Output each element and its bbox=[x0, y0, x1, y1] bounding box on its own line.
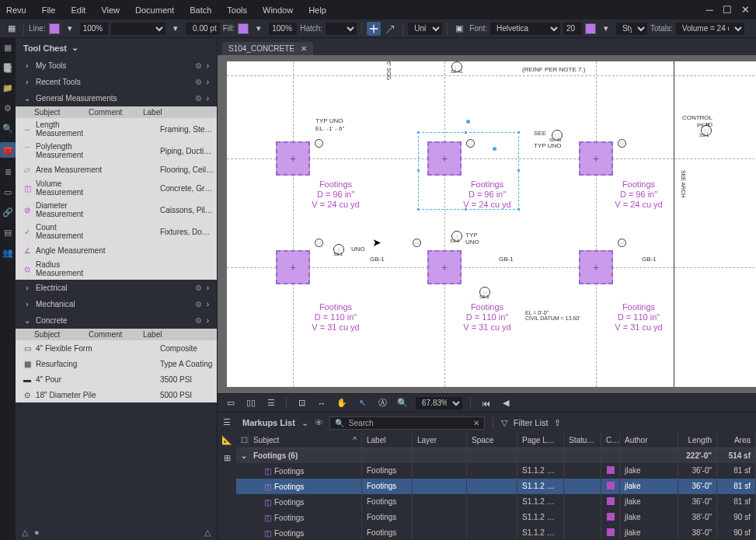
units-select[interactable]: Units bbox=[408, 23, 442, 35]
sets-icon[interactable]: ▤ bbox=[2, 226, 14, 239]
page-column[interactable]: Page Label bbox=[517, 433, 564, 448]
font-size-input[interactable] bbox=[563, 23, 582, 35]
fit-page-icon[interactable]: ⊡ bbox=[294, 396, 308, 410]
bookmarks-icon[interactable]: 📑 bbox=[2, 61, 14, 74]
concrete-tool[interactable]: ▬4" Pour3500 PSI bbox=[16, 371, 217, 387]
menu-batch[interactable]: Batch bbox=[190, 5, 211, 15]
layers-icon[interactable]: ≣ bbox=[2, 165, 14, 178]
label-column[interactable]: Label bbox=[362, 433, 413, 448]
totals-select[interactable]: Volume = 24 cu yd bbox=[676, 23, 744, 35]
menu-view[interactable]: View bbox=[101, 5, 120, 15]
menu-edit[interactable]: Edit bbox=[71, 5, 85, 15]
markups-row[interactable]: ◫ FootingsFootingsS1.1.2 FOUN...jlake38'… bbox=[236, 510, 756, 525]
markups-row[interactable]: ◫ FootingsFootingsS1.1.2 FOUN...jlake38'… bbox=[236, 525, 756, 540]
arrow-tool-icon[interactable] bbox=[384, 22, 398, 36]
window-minimize[interactable]: ─ bbox=[706, 4, 713, 16]
gear-icon[interactable]: ⚙ bbox=[195, 94, 202, 103]
measurement-tool[interactable]: ⊘Diameter MeasurementCaissons, Piles, Co… bbox=[16, 199, 217, 221]
measurement-tool[interactable]: ⌒Polylength MeasurementPiping, Ducting, … bbox=[16, 140, 217, 162]
menu-file[interactable]: File bbox=[42, 5, 56, 15]
import-icon[interactable]: △ bbox=[204, 528, 211, 538]
concrete-tool[interactable]: ▭4" Flexible FormComposite bbox=[16, 340, 217, 356]
concrete-tool[interactable]: ▦ResurfacingType A Coating bbox=[16, 356, 217, 371]
export-icon[interactable]: ⇪ bbox=[554, 418, 561, 428]
gear-icon[interactable]: ⚙ bbox=[195, 78, 202, 86]
split-none-icon[interactable]: ▭ bbox=[224, 396, 238, 410]
line-dropdown-icon[interactable]: ▾ bbox=[63, 22, 77, 36]
menu-revu[interactable]: Revu bbox=[6, 5, 26, 15]
layer-column[interactable]: Layer bbox=[413, 433, 467, 448]
text-select-icon[interactable]: Ⓐ bbox=[375, 396, 389, 410]
author-column[interactable]: Author bbox=[620, 433, 678, 448]
filter-label[interactable]: Filter List bbox=[514, 418, 549, 427]
panel-toggle-icon[interactable]: ▦ bbox=[5, 22, 19, 36]
export-icon[interactable]: △ bbox=[22, 528, 28, 538]
chevron-down-icon[interactable]: ⌄ bbox=[71, 43, 78, 53]
expand-column[interactable]: ☐ bbox=[236, 433, 249, 448]
general-measurements-section[interactable]: ⌄General Measurements⚙› bbox=[16, 90, 217, 106]
recent-tools-section[interactable]: ›Recent Tools⚙› bbox=[16, 74, 217, 90]
visibility-icon[interactable]: 👁 bbox=[315, 418, 323, 427]
file-access-icon[interactable]: 📁 bbox=[2, 82, 14, 94]
zoom-icon[interactable]: 🔍 bbox=[395, 396, 409, 410]
measurement-tool[interactable]: ▱Area MeasurementFlooring, Ceiling, Glaz… bbox=[16, 162, 217, 177]
space-column[interactable]: Space bbox=[467, 433, 517, 448]
measurement-tool[interactable]: ⊙Radius Measurement bbox=[16, 258, 217, 280]
hatch-select[interactable] bbox=[326, 23, 357, 35]
footing-markup[interactable] bbox=[579, 250, 613, 284]
split-v-icon[interactable]: ▯▯ bbox=[244, 396, 258, 410]
measurement-tool[interactable]: ↔Length MeasurementFraming, Steel, Grid … bbox=[16, 118, 217, 140]
fill-opacity-input[interactable] bbox=[269, 23, 297, 35]
studio-icon[interactable]: 👥 bbox=[2, 246, 14, 259]
concrete-section[interactable]: ⌄Concrete⚙› bbox=[16, 312, 217, 329]
menu-document[interactable]: Document bbox=[135, 5, 174, 15]
forms-icon[interactable]: ▭ bbox=[2, 186, 14, 198]
drawing-canvas[interactable]: FootingsD = 96 in"V = 24 cu yd FootingsD… bbox=[218, 55, 756, 393]
markups-row[interactable]: ◫ FootingsFootingsS1.1.2 FOUN...jlake36'… bbox=[236, 479, 756, 494]
window-close[interactable]: ✕ bbox=[741, 4, 750, 16]
search-icon[interactable]: 🔍 bbox=[2, 122, 14, 134]
markups-list-icon[interactable]: ☰ bbox=[223, 417, 231, 427]
links-icon[interactable]: 🔗 bbox=[2, 206, 14, 218]
footing-markup[interactable] bbox=[276, 250, 310, 284]
mechanical-section[interactable]: ›Mechanical⚙› bbox=[16, 296, 217, 312]
my-tools-section[interactable]: ›My Tools⚙› bbox=[16, 57, 217, 74]
length-column[interactable]: Length bbox=[678, 433, 717, 448]
properties-icon[interactable]: ⚙ bbox=[2, 102, 14, 114]
markups-row[interactable]: ◫ FootingsFootingsS1.1.2 FOUN...jlake36'… bbox=[236, 494, 756, 510]
footing-markup[interactable] bbox=[276, 141, 310, 176]
fit-width-icon[interactable]: ↔ bbox=[315, 396, 329, 410]
prev-page-icon[interactable]: ◀ bbox=[499, 396, 513, 410]
split-h-icon[interactable]: ☰ bbox=[264, 396, 278, 410]
quantity-icon[interactable]: ⊞ bbox=[224, 453, 231, 463]
style-select[interactable]: Style bbox=[616, 23, 647, 35]
align-icon[interactable]: ▣ bbox=[452, 22, 466, 36]
area-column[interactable]: Area bbox=[717, 433, 756, 448]
measurement-tool[interactable]: ✓Count MeasurementFixtures, Doors, Wind.… bbox=[16, 221, 217, 242]
markups-row[interactable]: ◫ FootingsFootingsS1.1.2 FOUN...jlake36'… bbox=[236, 463, 756, 479]
font-color-swatch[interactable] bbox=[585, 23, 596, 34]
menu-tools[interactable]: Tools bbox=[227, 5, 247, 15]
window-maximize[interactable]: ☐ bbox=[723, 4, 732, 16]
font-select[interactable]: Helvetica bbox=[490, 23, 560, 35]
electrical-section[interactable]: ›Electrical⚙› bbox=[16, 280, 217, 296]
menu-window[interactable]: Window bbox=[263, 5, 293, 15]
line-style-select[interactable] bbox=[111, 23, 165, 35]
footing-markup[interactable] bbox=[427, 250, 462, 284]
close-tab-icon[interactable]: ✕ bbox=[301, 44, 307, 53]
chevron-down-icon[interactable]: ⌄ bbox=[301, 418, 308, 428]
status-column[interactable]: Status ↕ bbox=[564, 433, 601, 448]
select-icon[interactable]: ↖ bbox=[355, 396, 369, 410]
measurement-tool[interactable]: ∠Angle Measurement bbox=[16, 242, 217, 258]
footing-markup[interactable] bbox=[579, 141, 613, 176]
measurement-tool[interactable]: ◫Volume MeasurementConcrete, Grading bbox=[16, 177, 217, 199]
clear-icon[interactable]: ✕ bbox=[473, 419, 479, 427]
measurements-icon[interactable]: 📐 bbox=[221, 435, 232, 445]
fill-color-swatch[interactable] bbox=[238, 23, 249, 34]
line-color-swatch[interactable] bbox=[49, 23, 60, 34]
line-opacity-input[interactable] bbox=[80, 23, 108, 35]
tool-icon[interactable] bbox=[367, 22, 381, 36]
pan-icon[interactable]: ✋ bbox=[335, 396, 349, 410]
tool-chest-icon[interactable]: 🧰 bbox=[0, 142, 16, 158]
markups-group-row[interactable]: ⌄ Footings (6) 222'-0" 514 sf 164 cu yd … bbox=[236, 448, 756, 463]
